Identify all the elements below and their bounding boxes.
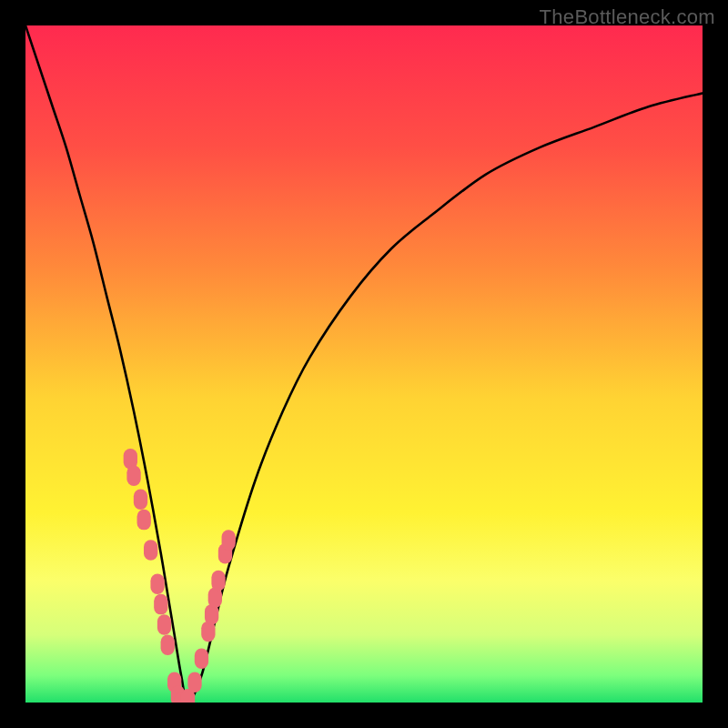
highlight-marker <box>154 594 167 615</box>
plot-area <box>25 25 703 703</box>
curve-layer <box>25 25 703 703</box>
highlight-marker <box>195 648 208 669</box>
bottleneck-curve <box>25 25 703 703</box>
highlight-marker <box>157 614 171 635</box>
highlight-marker <box>211 571 225 592</box>
chart-frame: TheBottleneck.com <box>0 0 728 728</box>
highlight-marker <box>161 635 175 656</box>
highlight-marker <box>137 510 151 531</box>
highlight-marker <box>222 530 236 551</box>
highlight-marker <box>144 540 157 561</box>
highlight-marker <box>126 466 140 487</box>
highlight-marker <box>187 672 201 693</box>
highlight-marker <box>134 490 147 511</box>
watermark-text: TheBottleneck.com <box>540 5 715 29</box>
highlight-marker <box>150 574 164 595</box>
